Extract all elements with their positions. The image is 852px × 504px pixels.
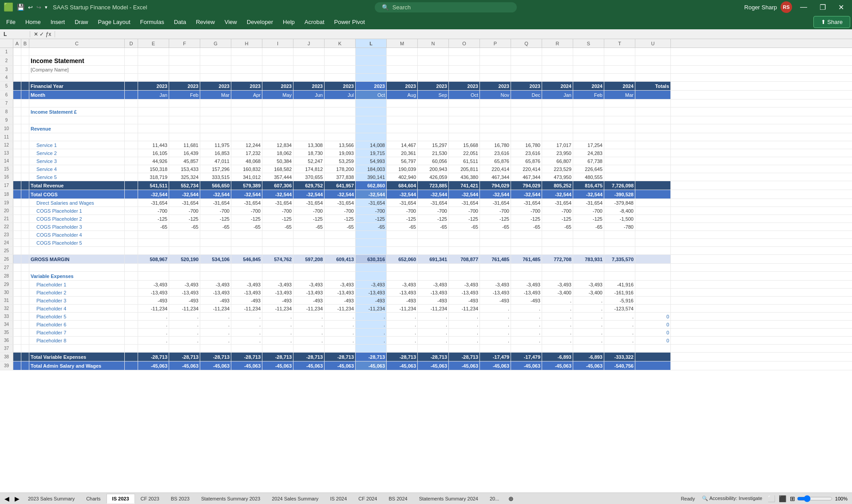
cell-D1[interactable] [125, 48, 138, 56]
close-button[interactable]: ✕ [834, 3, 848, 12]
table-row: 8 Income Statement £ [0, 107, 852, 116]
view-pagebreak[interactable]: ⊞ [788, 495, 797, 502]
table-row: 16 Service 5 318,719 325,324 333,515 341… [0, 173, 852, 181]
cell-B1[interactable] [21, 48, 29, 56]
col-header-U[interactable]: U [635, 39, 671, 48]
zoom-slider[interactable] [797, 495, 832, 502]
tab-cf-2024[interactable]: CF 2024 [353, 494, 383, 503]
customize-icon[interactable]: ▾ [45, 4, 48, 10]
col-header-G[interactable]: G [200, 39, 231, 48]
table-row: 14 Service 3 44,926 45,857 47,011 48,068… [0, 157, 852, 165]
financial-year-label: Financial Year [29, 82, 125, 90]
add-sheet-button[interactable]: ⊕ [505, 493, 517, 504]
menu-developer[interactable]: Developer [242, 17, 277, 27]
col-header-I[interactable]: I [262, 39, 293, 48]
tab-is-2024[interactable]: IS 2024 [324, 494, 353, 503]
menu-file[interactable]: File [2, 17, 20, 27]
menu-view[interactable]: View [220, 17, 242, 27]
cell-T1[interactable] [604, 48, 635, 56]
table-row: 29 Placeholder 1 -3,493 -3,493 -3,493 -3… [0, 281, 852, 289]
cell-R1[interactable] [542, 48, 573, 56]
col-header-O[interactable]: O [449, 39, 480, 48]
cell-C1[interactable] [29, 48, 125, 56]
cell-O1[interactable] [449, 48, 480, 56]
col-header-J[interactable]: J [293, 39, 325, 48]
cell-L1[interactable] [356, 48, 387, 56]
cell-F1[interactable] [169, 48, 200, 56]
tab-2023-sales[interactable]: 2023 Sales Summary [22, 494, 80, 503]
col-header-S[interactable]: S [573, 39, 604, 48]
cell-A1[interactable] [13, 48, 21, 56]
col-header-L[interactable]: L [356, 39, 387, 48]
col-header-B[interactable]: B [21, 39, 29, 48]
cell-reference[interactable]: L [4, 31, 30, 37]
tab-statements-2023[interactable]: Statements Summary 2023 [195, 494, 266, 503]
col-header-N[interactable]: N [418, 39, 449, 48]
tab-charts[interactable]: Charts [80, 494, 106, 503]
menu-draw[interactable]: Draw [70, 17, 92, 27]
cell-S1[interactable] [573, 48, 604, 56]
restore-button[interactable]: ❐ [815, 3, 830, 12]
table-row: 9 [0, 116, 852, 124]
cell-K1[interactable] [325, 48, 356, 56]
tab-bs-2024[interactable]: BS 2024 [383, 494, 413, 503]
table-row: 27 [0, 264, 852, 272]
save-icon[interactable]: 💾 [17, 4, 24, 11]
table-row: 21 COGS Placeholder 2 -125 -125 -125 -12… [0, 215, 852, 223]
search-placeholder: Search [392, 4, 411, 11]
col-header-C[interactable]: C [29, 39, 125, 48]
col-header-P[interactable]: P [480, 39, 511, 48]
menu-formulas[interactable]: Formulas [136, 17, 169, 27]
col-header-T[interactable]: T [604, 39, 635, 48]
tab-cf-2023[interactable]: CF 2023 [135, 494, 165, 503]
col-header-M[interactable]: M [387, 39, 418, 48]
cell-Q1[interactable] [511, 48, 542, 56]
menu-help[interactable]: Help [278, 17, 299, 27]
menu-home[interactable]: Home [21, 17, 45, 27]
col-header-R[interactable]: R [542, 39, 573, 48]
tab-bs-2023[interactable]: BS 2023 [165, 494, 195, 503]
view-normal[interactable]: ⬜ [766, 495, 777, 502]
cell-E1[interactable] [138, 48, 169, 56]
minimize-button[interactable]: — [796, 3, 812, 11]
cell-J1[interactable] [293, 48, 325, 56]
col-header-Q[interactable]: Q [511, 39, 542, 48]
cell-M1[interactable] [387, 48, 418, 56]
cell-H1[interactable] [231, 48, 262, 56]
col-header-A[interactable]: A [13, 39, 21, 48]
cell-U1[interactable] [635, 48, 671, 56]
col-header-D[interactable]: D [125, 39, 138, 48]
placeholder1-label: Placeholder 1 [29, 281, 125, 288]
tab-2024-sales[interactable]: 2024 Sales Summary [266, 494, 324, 503]
menu-insert[interactable]: Insert [46, 17, 70, 27]
menu-page-layout[interactable]: Page Layout [94, 17, 135, 27]
view-layout[interactable]: ⬛ [777, 495, 788, 502]
total-revenue-row: 17 Total Revenue 541,511 552,734 566,650… [0, 181, 852, 190]
menu-data[interactable]: Data [170, 17, 190, 27]
cell-P1[interactable] [480, 48, 511, 56]
menu-power-pivot[interactable]: Power Pivot [330, 17, 369, 27]
search-icon: 🔍 [382, 4, 389, 11]
tab-is-2023[interactable]: IS 2023 [107, 494, 135, 504]
menu-review[interactable]: Review [191, 17, 219, 27]
prev-sheet-button[interactable]: ◀ [2, 495, 12, 502]
tab-statements-2024[interactable]: Statements Summary 2024 [413, 494, 484, 503]
undo-icon[interactable]: ↩ [28, 4, 33, 11]
col-header-H[interactable]: H [231, 39, 262, 48]
col-header-F[interactable]: F [169, 39, 200, 48]
search-box[interactable]: 🔍 Search [375, 2, 517, 12]
table-row: 30 Placeholder 2 -13,493 -13,493 -13,493… [0, 289, 852, 297]
cell-N1[interactable] [418, 48, 449, 56]
redo-icon[interactable]: ↪ [36, 4, 41, 11]
sheet-tabs-bar: ◀ ▶ 2023 Sales Summary Charts IS 2023 CF… [0, 492, 852, 504]
cell-I1[interactable] [262, 48, 293, 56]
col-header-E[interactable]: E [138, 39, 169, 48]
col-header-K[interactable]: K [325, 39, 356, 48]
next-sheet-button[interactable]: ▶ [12, 495, 22, 502]
month-row: 6 Month Jan Feb Mar Apr May Jun Jul Oct … [0, 91, 852, 99]
tab-more[interactable]: 20... [484, 494, 505, 503]
zoom-level: 100% [832, 496, 850, 501]
share-button[interactable]: ⬆ Share [813, 16, 850, 28]
menu-acrobat[interactable]: Acrobat [300, 17, 329, 27]
cell-G1[interactable] [200, 48, 231, 56]
